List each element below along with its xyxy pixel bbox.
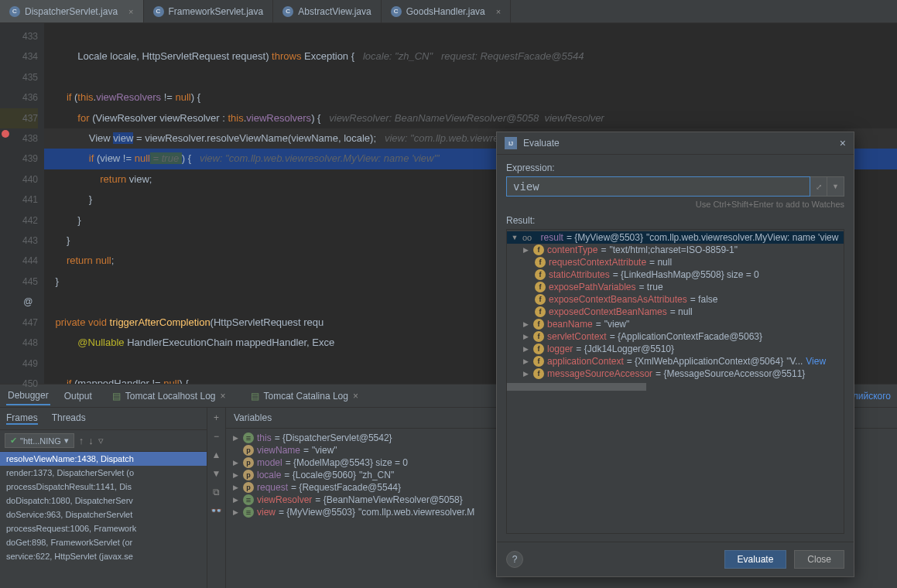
field-icon: f bbox=[535, 257, 546, 268]
param-icon: p bbox=[243, 457, 254, 468]
expand-icon[interactable]: ▶ bbox=[521, 333, 530, 340]
intellij-icon: IJ bbox=[505, 137, 517, 149]
field-icon: f bbox=[533, 368, 544, 379]
expand-icon[interactable]: ▶ bbox=[231, 459, 240, 467]
evaluate-dialog: IJ Evaluate × Expression: ⤢ ▼ Use Ctrl+S… bbox=[496, 132, 854, 577]
close-icon[interactable]: × bbox=[496, 7, 501, 16]
editor-tabs: CDispatcherServlet.java× CFrameworkServl… bbox=[0, 0, 897, 23]
expand-icon[interactable]: ▶ bbox=[521, 357, 530, 365]
tomcat-localhost-tab[interactable]: ▤Tomcat Localhost Log× bbox=[106, 391, 232, 402]
close-icon[interactable]: × bbox=[128, 7, 133, 16]
expand-icon[interactable]: ▶ bbox=[521, 345, 530, 353]
output-tab[interactable]: Output bbox=[63, 388, 94, 405]
tab-dispatcher[interactable]: CDispatcherServlet.java× bbox=[0, 0, 144, 22]
param-icon: p bbox=[243, 482, 254, 493]
tab-label: DispatcherServlet.java bbox=[25, 6, 118, 17]
result-tree[interactable]: ▼oo result = {MyView@5503} "com.llp.web.… bbox=[506, 229, 844, 534]
copy-icon[interactable]: ⧉ bbox=[213, 487, 220, 497]
chevron-down-icon[interactable]: ▼ bbox=[827, 176, 844, 197]
up-icon[interactable]: ▲ bbox=[212, 450, 221, 460]
glasses-icon[interactable]: 👓 bbox=[211, 505, 222, 516]
param-icon: p bbox=[243, 445, 254, 456]
expand-icon[interactable]: ▶ bbox=[231, 508, 240, 516]
filter-icon[interactable]: ▿ bbox=[98, 435, 104, 446]
tab-label: FrameworkServlet.java bbox=[169, 6, 264, 17]
frame-item[interactable]: processDispatchResult:1141, Dis bbox=[0, 480, 207, 494]
field-icon: f bbox=[535, 306, 546, 317]
gutter: 433434435436437438439440441442443444445@… bbox=[0, 23, 44, 384]
evaluate-button[interactable]: Evaluate bbox=[724, 550, 787, 569]
check-icon: ✔ bbox=[10, 436, 17, 446]
help-button[interactable]: ? bbox=[506, 551, 523, 568]
frames-subtab[interactable]: Frames bbox=[6, 412, 38, 425]
field-icon: f bbox=[533, 331, 544, 342]
expand-icon[interactable]: ▶ bbox=[231, 471, 240, 479]
frame-list[interactable]: resolveViewName:1438, Dispatch render:13… bbox=[0, 452, 207, 588]
log-icon: ▤ bbox=[112, 391, 121, 402]
java-class-icon: C bbox=[282, 6, 293, 17]
frame-item[interactable]: doService:963, DispatcherServlet bbox=[0, 508, 207, 521]
tab-goodshandler[interactable]: CGoodsHandler.java× bbox=[382, 0, 512, 22]
dialog-title: Evaluate bbox=[523, 138, 560, 149]
expand-icon[interactable]: ⤢ bbox=[810, 176, 827, 197]
java-class-icon: C bbox=[9, 6, 20, 17]
field-icon: f bbox=[535, 282, 546, 292]
input-hint: Use Ctrl+Shift+Enter to add to Watches bbox=[506, 200, 844, 209]
field-icon: f bbox=[533, 344, 544, 354]
horizontal-scrollbar[interactable] bbox=[507, 383, 844, 391]
field-icon: f bbox=[533, 244, 544, 255]
down-icon[interactable]: ▼ bbox=[212, 468, 221, 479]
frame-item[interactable]: doDispatch:1080, DispatcherServ bbox=[0, 494, 207, 508]
frame-item[interactable]: render:1373, DispatcherServlet (o bbox=[0, 466, 207, 480]
expand-icon[interactable]: ▶ bbox=[521, 370, 530, 378]
tab-abstractview[interactable]: CAbstractView.java bbox=[273, 0, 382, 22]
field-icon: f bbox=[533, 356, 544, 367]
expression-label: Expression: bbox=[506, 162, 844, 173]
breakpoint-icon[interactable] bbox=[2, 130, 9, 138]
scrollbar-thumb[interactable] bbox=[507, 383, 646, 391]
log-icon: ▤ bbox=[251, 391, 259, 402]
frame-item[interactable]: resolveViewName:1438, Dispatch bbox=[0, 452, 207, 466]
tomcat-catalina-tab[interactable]: ▤Tomcat Catalina Log× bbox=[245, 391, 365, 402]
object-icon: ≡ bbox=[243, 494, 254, 505]
frames-column: Frames Threads ✔"htt...NING▾ ↑ ↓ ▿ resol… bbox=[0, 408, 207, 588]
expand-icon[interactable]: ▶ bbox=[231, 496, 240, 504]
thread-selector[interactable]: ✔"htt...NING▾ bbox=[5, 433, 74, 448]
param-icon: p bbox=[243, 470, 254, 480]
tab-label: AbstractView.java bbox=[298, 6, 371, 17]
frame-item[interactable]: processRequest:1006, Framework bbox=[0, 521, 207, 535]
close-icon[interactable]: × bbox=[221, 391, 226, 402]
expand-icon[interactable]: ▶ bbox=[231, 434, 240, 442]
add-icon[interactable]: + bbox=[214, 412, 219, 423]
result-label: Result: bbox=[506, 215, 844, 226]
expand-icon[interactable]: ▶ bbox=[521, 246, 530, 254]
object-icon: ≡ bbox=[243, 507, 254, 518]
remove-icon[interactable]: − bbox=[214, 431, 219, 442]
close-button[interactable]: Close bbox=[794, 550, 844, 569]
prev-frame-icon[interactable]: ↑ bbox=[79, 435, 84, 446]
frame-item[interactable]: service:622, HttpServlet (javax.se bbox=[0, 549, 207, 563]
field-icon: f bbox=[533, 319, 544, 330]
close-icon[interactable]: × bbox=[353, 391, 358, 402]
close-icon[interactable]: × bbox=[840, 137, 846, 149]
next-frame-icon[interactable]: ↓ bbox=[88, 435, 94, 446]
field-icon: f bbox=[535, 294, 546, 305]
frame-item[interactable]: doGet:898, FrameworkServlet (or bbox=[0, 535, 207, 549]
collapse-icon[interactable]: ▼ bbox=[510, 234, 519, 241]
field-icon: f bbox=[535, 269, 546, 280]
threads-subtab[interactable]: Threads bbox=[52, 412, 86, 425]
java-class-icon: C bbox=[153, 6, 164, 17]
dialog-titlebar[interactable]: IJ Evaluate × bbox=[497, 132, 854, 155]
chevron-down-icon: ▾ bbox=[64, 436, 69, 446]
java-class-icon: C bbox=[391, 6, 402, 17]
expand-icon[interactable]: ▶ bbox=[231, 484, 240, 491]
object-icon: ≡ bbox=[243, 432, 254, 443]
expression-input[interactable] bbox=[506, 176, 810, 197]
expand-icon[interactable]: ▶ bbox=[521, 320, 530, 328]
tab-label: GoodsHandler.java bbox=[406, 6, 485, 17]
tab-framework[interactable]: CFrameworkServlet.java bbox=[144, 0, 274, 22]
